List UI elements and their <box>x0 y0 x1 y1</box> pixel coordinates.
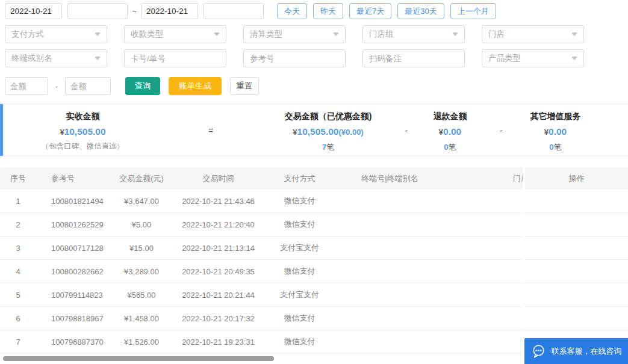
amount-actions-row: - 查询 账单生成 重置 <box>5 77 628 95</box>
quick-range-group: 今天 昨天 最近7天 最近30天 上一个月 <box>277 3 502 19</box>
minus-sign: - <box>397 104 415 156</box>
header-store: 门店 <box>440 173 523 184</box>
summary-bar: 实收金额 ¥10,505.00 （包含口碑、微信直连） = 交易金额（已优惠金额… <box>0 103 628 156</box>
received-amount-note: （包含口碑、微信直连） <box>42 139 125 154</box>
table-row[interactable]: 4 100800282662 ¥3,289.00 2022-10-21 20:4… <box>0 260 523 283</box>
table-header-row: 序号 参考号 交易金额(元) 交易时间 支付方式 终端号|终端别名 门店 <box>0 167 523 190</box>
equals-sign: = <box>163 104 259 156</box>
filter-row-2: 支付方式 收款类型 清算类型 门店组 门店 <box>5 25 628 43</box>
chat-bubble-icon <box>531 344 546 359</box>
summary-refund-amount: 退款金额 ¥0.00 0笔 <box>415 104 485 156</box>
action-cell <box>525 190 628 213</box>
settlement-type-select[interactable]: 清算类型 <box>243 25 346 43</box>
collection-type-select[interactable]: 收款类型 <box>124 25 226 43</box>
table-row[interactable]: 1 100801821494 ¥3,647.00 2022-10-21 21:4… <box>0 190 523 213</box>
header-seq: 序号 <box>0 173 36 184</box>
date-range-row: ~ 今天 昨天 最近7天 最近30天 上一个月 <box>5 3 628 19</box>
table-row[interactable]: 6 100798818967 ¥1,458.00 2022-10-21 20:1… <box>0 307 523 330</box>
contact-support-button[interactable]: 联系客服，在线咨询 <box>524 338 628 364</box>
action-cell <box>525 307 628 330</box>
start-time-input[interactable] <box>67 3 128 19</box>
received-amount-value: 10,505.00 <box>64 126 106 137</box>
quick-range-last30days-button[interactable]: 最近30天 <box>397 3 444 19</box>
quick-range-today-button[interactable]: 今天 <box>277 3 307 19</box>
horizontal-scrollbar-track <box>0 356 523 363</box>
card-number-field <box>124 49 226 67</box>
action-cell <box>525 260 628 283</box>
transactions-table: 序号 参考号 交易金额(元) 交易时间 支付方式 终端号|终端别名 门店 1 1… <box>0 167 628 354</box>
card-number-input[interactable] <box>131 54 220 63</box>
quick-range-last7days-button[interactable]: 最近7天 <box>349 3 391 19</box>
generate-bill-button[interactable]: 账单生成 <box>169 77 222 95</box>
summary-other-services: 其它增值服务 ¥0.00 0笔 <box>518 104 593 156</box>
table-row[interactable]: 2 100801262529 ¥5.00 2022-10-21 21:20:40… <box>0 213 523 236</box>
filter-panel: ~ 今天 昨天 最近7天 最近30天 上一个月 支付方式 收款类型 清算类型 <box>0 0 628 95</box>
chevron-down-icon <box>571 57 577 60</box>
transactions-page: ~ 今天 昨天 最近7天 最近30天 上一个月 支付方式 收款类型 清算类型 <box>0 0 628 364</box>
amount-separator: - <box>48 82 65 91</box>
header-time: 交易时间 <box>178 173 259 184</box>
reference-number-field <box>243 49 346 67</box>
other-services-value: 0.00 <box>549 126 567 137</box>
discount-amount-value: (¥0.00) <box>339 128 364 137</box>
chevron-down-icon <box>95 32 101 36</box>
horizontal-scrollbar-thumb[interactable] <box>3 356 274 361</box>
table-row[interactable]: 5 100799114823 ¥565.00 2022-10-21 20:21:… <box>0 283 523 307</box>
refund-count: 0 <box>444 143 449 152</box>
refund-amount-value: 0.00 <box>443 126 461 137</box>
scan-remark-input[interactable] <box>369 54 458 63</box>
header-terminal: 终端号|终端别名 <box>340 173 440 184</box>
contact-support-label: 联系客服，在线咨询 <box>552 346 622 357</box>
payment-method-select[interactable]: 支付方式 <box>5 25 107 43</box>
quick-range-yesterday-button[interactable]: 昨天 <box>313 3 343 19</box>
date-range-separator: ~ <box>128 7 141 16</box>
store-select[interactable]: 门店 <box>482 25 584 43</box>
minus-sign: - <box>485 104 518 156</box>
store-group-select[interactable]: 门店组 <box>362 25 465 43</box>
quick-range-lastmonth-button[interactable]: 上一个月 <box>450 3 496 19</box>
action-cell <box>525 236 628 260</box>
end-date-input[interactable] <box>141 3 198 19</box>
summary-transaction-amount: 交易金额（已优惠金额) ¥10,505.00(¥0.00) 7笔 <box>259 104 397 156</box>
reference-number-input[interactable] <box>250 54 339 63</box>
chevron-down-icon <box>214 32 220 36</box>
product-type-select[interactable]: 产品类型 <box>482 49 584 67</box>
other-services-count: 0 <box>549 143 554 152</box>
header-payment: 支付方式 <box>259 173 340 184</box>
header-amount: 交易金额(元) <box>105 173 178 184</box>
terminal-alias-select[interactable]: 终端或别名 <box>5 49 107 67</box>
reset-button[interactable]: 重置 <box>230 77 259 95</box>
chevron-down-icon <box>95 57 101 60</box>
table-scroll-area[interactable]: 序号 参考号 交易金额(元) 交易时间 支付方式 终端号|终端别名 门店 1 1… <box>0 167 523 354</box>
action-cell <box>525 283 628 307</box>
table-row[interactable]: 3 100800717128 ¥15.00 2022-10-21 21:13:1… <box>0 236 523 260</box>
chevron-down-icon <box>571 32 577 36</box>
summary-received-amount: 实收金额 ¥10,505.00 （包含口碑、微信直连） <box>3 104 163 156</box>
filter-row-3: 终端或别名 产品类型 <box>5 49 628 67</box>
action-cell <box>525 213 628 236</box>
end-time-input[interactable] <box>204 3 264 19</box>
amount-max-input[interactable] <box>65 77 111 95</box>
fixed-action-column: 操作 <box>525 167 628 354</box>
start-date-input[interactable] <box>5 3 62 19</box>
scan-remark-field <box>362 49 465 67</box>
chevron-down-icon <box>333 32 339 36</box>
header-ref: 参考号 <box>36 173 105 184</box>
search-button[interactable]: 查询 <box>125 77 160 95</box>
table-row[interactable]: 7 100796887370 ¥1,526.00 2022-10-21 19:2… <box>0 330 523 354</box>
transaction-amount-value: 10,505.00 <box>297 126 339 137</box>
chevron-down-icon <box>452 32 458 36</box>
amount-min-input[interactable] <box>5 77 48 95</box>
header-action: 操作 <box>525 167 628 190</box>
